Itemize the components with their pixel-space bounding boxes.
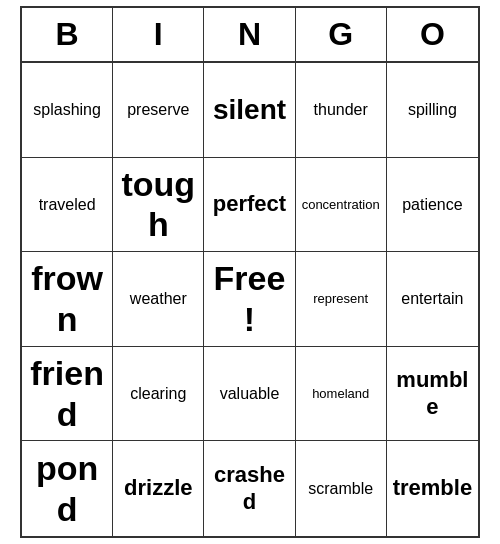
cell-text: Free!	[208, 258, 290, 340]
cell-text: spilling	[408, 100, 457, 119]
bingo-cell: homeland	[296, 347, 387, 442]
header-letter-b: B	[22, 8, 113, 61]
bingo-cell: weather	[113, 252, 204, 347]
cell-text: mumble	[391, 367, 474, 420]
bingo-cell: Free!	[204, 252, 295, 347]
bingo-cell: clearing	[113, 347, 204, 442]
bingo-cell: mumble	[387, 347, 478, 442]
bingo-cell: thunder	[296, 63, 387, 158]
bingo-cell: tremble	[387, 441, 478, 536]
bingo-cell: valuable	[204, 347, 295, 442]
cell-text: thunder	[314, 100, 368, 119]
cell-text: weather	[130, 289, 187, 308]
bingo-cell: concentration	[296, 158, 387, 253]
cell-text: tremble	[393, 475, 472, 501]
bingo-grid: splashingpreservesilentthunderspillingtr…	[22, 63, 478, 536]
header-letter-n: N	[204, 8, 295, 61]
bingo-cell: splashing	[22, 63, 113, 158]
bingo-cell: patience	[387, 158, 478, 253]
bingo-cell: perfect	[204, 158, 295, 253]
cell-text: entertain	[401, 289, 463, 308]
header-letter-g: G	[296, 8, 387, 61]
header-letter-o: O	[387, 8, 478, 61]
cell-text: traveled	[39, 195, 96, 214]
bingo-cell: tough	[113, 158, 204, 253]
bingo-cell: preserve	[113, 63, 204, 158]
bingo-cell: traveled	[22, 158, 113, 253]
bingo-cell: spilling	[387, 63, 478, 158]
bingo-cell: scramble	[296, 441, 387, 536]
cell-text: clearing	[130, 384, 186, 403]
cell-text: pond	[26, 448, 108, 530]
bingo-header: BINGO	[22, 8, 478, 63]
header-letter-i: I	[113, 8, 204, 61]
cell-text: drizzle	[124, 475, 192, 501]
bingo-cell: entertain	[387, 252, 478, 347]
cell-text: preserve	[127, 100, 189, 119]
cell-text: tough	[117, 164, 199, 246]
bingo-cell: silent	[204, 63, 295, 158]
cell-text: frown	[26, 258, 108, 340]
cell-text: friend	[26, 353, 108, 435]
cell-text: valuable	[220, 384, 280, 403]
bingo-cell: represent	[296, 252, 387, 347]
bingo-card: BINGO splashingpreservesilentthunderspil…	[20, 6, 480, 538]
cell-text: patience	[402, 195, 463, 214]
bingo-cell: crashed	[204, 441, 295, 536]
cell-text: concentration	[302, 197, 380, 213]
cell-text: scramble	[308, 479, 373, 498]
cell-text: splashing	[33, 100, 101, 119]
cell-text: represent	[313, 291, 368, 307]
bingo-cell: friend	[22, 347, 113, 442]
bingo-cell: drizzle	[113, 441, 204, 536]
bingo-cell: pond	[22, 441, 113, 536]
cell-text: homeland	[312, 386, 369, 402]
cell-text: silent	[213, 93, 286, 127]
cell-text: crashed	[208, 462, 290, 515]
bingo-cell: frown	[22, 252, 113, 347]
cell-text: perfect	[213, 191, 286, 217]
